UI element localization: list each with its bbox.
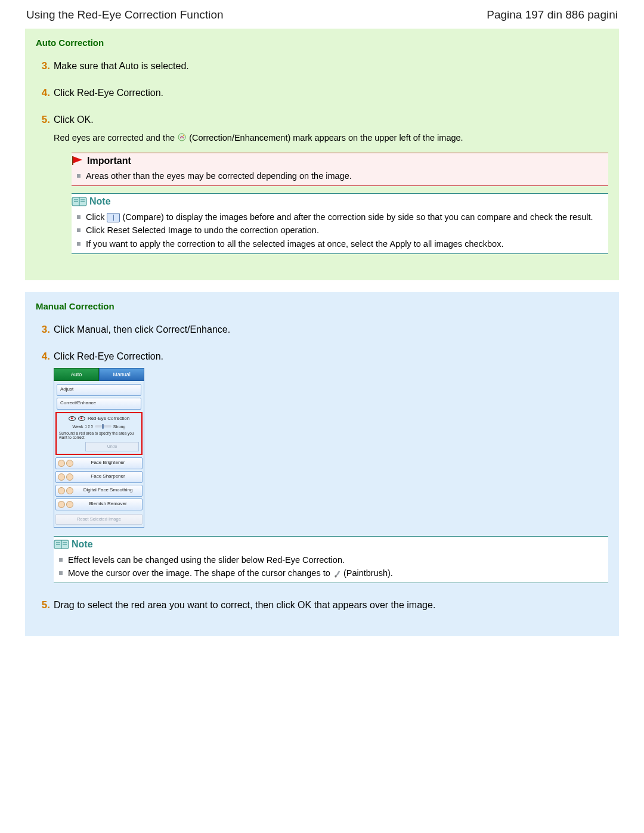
manual-panel-screenshot: Auto Manual Adjust Correct/Enhance Red-E… (54, 368, 144, 528)
important-label: Important (87, 154, 131, 168)
important-box: Important Areas other than the eyes may … (72, 153, 608, 187)
step-number: 3. (36, 60, 50, 73)
page-title: Using the Red-Eye Correction Function (26, 7, 224, 23)
svg-point-0 (178, 134, 185, 141)
slider-strong-label: Strong (113, 424, 126, 429)
note-label: Note (89, 195, 111, 208)
page-counter: Pagina 197 din 886 pagini (487, 7, 618, 23)
flag-icon (72, 155, 85, 166)
step-text: Click Manual, then click Correct/Enhance… (54, 323, 608, 337)
blemish-remover-button[interactable]: Blemish Remover (55, 498, 143, 510)
face-icon (66, 501, 73, 508)
correct-enhance-button[interactable]: Correct/Enhance (57, 398, 141, 410)
step-5: 5. Drag to select the red area you want … (36, 599, 608, 612)
face-icon (58, 487, 65, 494)
note-item: Move the cursor over the image. The shap… (68, 567, 602, 579)
step-subtext: Red eyes are corrected and the (Correcti… (54, 132, 608, 145)
svg-marker-2 (73, 156, 82, 163)
step-text: Make sure that Auto is selected. (54, 60, 608, 73)
note-box: Note Click (Compare) to display the imag… (72, 193, 608, 253)
face-icon (66, 460, 73, 467)
step-number: 4. (36, 350, 50, 586)
page-header: Using the Red-Eye Correction Function Pa… (0, 0, 644, 29)
auto-correction-heading: Auto Correction (36, 37, 608, 49)
book-icon (72, 196, 87, 208)
step-number: 3. (36, 323, 50, 337)
book-icon (54, 538, 69, 550)
auto-steps-list: 3. Make sure that Auto is selected. 4. C… (36, 60, 608, 256)
slider-ticks: 1 2 3 (85, 424, 92, 429)
face-brightener-button[interactable]: Face Brightener (55, 457, 143, 469)
adjust-button[interactable]: Adjust (57, 384, 141, 396)
step-text: Click OK. (54, 113, 608, 126)
compare-icon (107, 213, 120, 222)
step-number: 4. (36, 86, 50, 100)
paintbrush-icon (333, 569, 341, 578)
step-number: 5. (36, 599, 50, 612)
manual-steps-list: 3. Click Manual, then click Correct/Enha… (36, 323, 608, 612)
face-icon (58, 473, 65, 481)
svg-rect-16 (336, 571, 340, 575)
eye-icon (69, 416, 76, 421)
important-item: Areas other than the eyes may be correct… (86, 170, 602, 182)
reset-selected-image-button[interactable]: Reset Selected Image (55, 514, 143, 525)
note-box: Note Effect levels can be changed using … (54, 536, 608, 583)
auto-correction-section: Auto Correction 3. Make sure that Auto i… (25, 29, 619, 280)
step-text: Click Red-Eye Correction. (54, 86, 608, 100)
manual-correction-heading: Manual Correction (36, 301, 608, 312)
eye-icon (78, 416, 85, 421)
undo-button[interactable]: Undo (85, 442, 139, 451)
note-item: Effect levels can be changed using the s… (68, 554, 602, 566)
correction-enhancement-icon (177, 132, 187, 145)
step-3: 3. Make sure that Auto is selected. (36, 60, 608, 73)
note-item: Click (Compare) to display the images be… (86, 211, 602, 223)
tab-auto[interactable]: Auto (54, 368, 99, 381)
red-eye-instruction: Surround a red area to specify the area … (59, 431, 139, 439)
step-5: 5. Click OK. Red eyes are corrected and … (36, 113, 608, 256)
face-icon (66, 487, 73, 494)
digital-face-smoothing-button[interactable]: Digital Face Smoothing (55, 485, 143, 497)
step-number: 5. (36, 113, 50, 256)
step-3: 3. Click Manual, then click Correct/Enha… (36, 323, 608, 337)
note-item: If you want to apply the correction to a… (86, 238, 602, 250)
note-item: Click Reset Selected Image to undo the c… (86, 224, 602, 236)
slider-weak-label: Weak (73, 424, 83, 429)
step-text: Click Red-Eye Correction. (54, 350, 608, 363)
step-text: Drag to select the red area you want to … (54, 599, 608, 612)
svg-rect-3 (72, 156, 73, 165)
face-icon (58, 501, 65, 508)
step-4: 4. Click Red-Eye Correction. (36, 86, 608, 100)
face-icon (58, 460, 65, 467)
red-eye-correction-group: Red-Eye Correction Weak 1 2 3 Strong Sur… (55, 412, 143, 455)
step-4: 4. Click Red-Eye Correction. Auto Manual… (36, 350, 608, 586)
face-icon (66, 473, 73, 481)
effect-slider[interactable] (95, 425, 112, 428)
manual-correction-section: Manual Correction 3. Click Manual, then … (25, 292, 619, 636)
red-eye-label: Red-Eye Correction (88, 416, 129, 422)
note-label: Note (72, 538, 93, 551)
face-sharpener-button[interactable]: Face Sharpener (55, 471, 143, 483)
svg-point-1 (183, 134, 184, 135)
tab-manual[interactable]: Manual (99, 368, 144, 381)
